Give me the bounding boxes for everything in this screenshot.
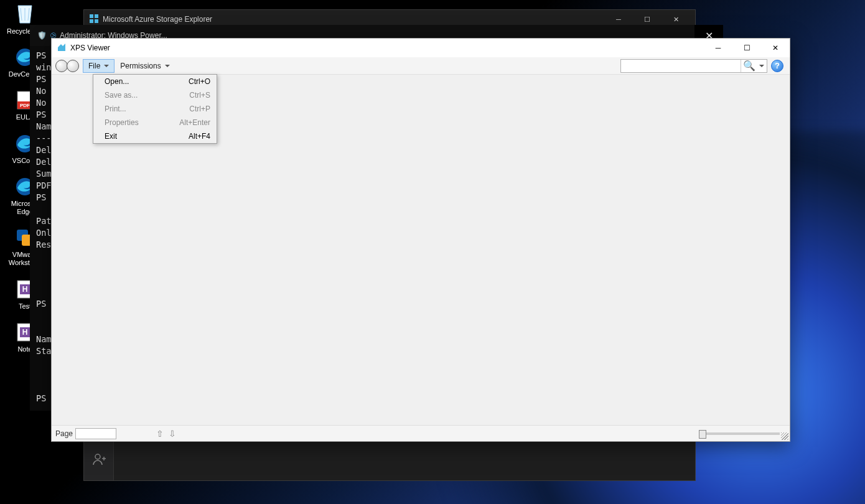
xps-toolbar: File Permissions 🔍 ? Open... Ctrl+O Save… [52,57,790,75]
menu-item-label: Properties [105,118,139,127]
xps-viewer-window: XPS Viewer ─ ☐ ✕ File Permissions 🔍 ? Op… [51,38,790,442]
xps-search-input[interactable] [621,62,741,70]
xps-app-icon [57,42,67,54]
xps-maximize-button[interactable]: ☐ [732,39,761,57]
svg-rect-16 [90,19,93,23]
xps-search-box[interactable]: 🔍 [620,59,767,73]
resize-grip[interactable] [781,432,788,440]
search-dropdown-icon[interactable] [759,65,764,67]
svg-rect-17 [95,19,98,23]
svg-text:PDF: PDF [20,103,30,108]
menu-item-shortcut: Ctrl+S [189,91,210,100]
xps-minimize-button[interactable]: ─ [704,39,732,57]
menu-item-shortcut: Ctrl+P [189,105,210,113]
file-menu-properties: Properties Alt+Enter [93,116,217,129]
menu-item-label: Exit [105,132,117,141]
menu-item-label: Save as... [105,91,138,100]
svg-text:H: H [22,328,28,337]
azure-title-text: Microsoft Azure Storage Explorer [103,15,604,24]
search-icon[interactable]: 🔍 [741,60,757,72]
svg-text:H: H [22,285,28,294]
xps-permissions-menu-button[interactable]: Permissions [115,59,175,73]
page-up-button[interactable]: ⇧ [156,429,164,439]
chevron-down-icon [165,65,170,67]
azure-account-icon[interactable] [84,444,114,474]
chevron-down-icon [104,65,109,67]
file-menu-open[interactable]: Open... Ctrl+O [93,75,217,88]
file-menu-save-as: Save as... Ctrl+S [93,88,217,102]
menu-item-shortcut: Alt+F4 [189,132,210,141]
page-label: Page [55,429,73,438]
menu-item-label: Open... [105,77,129,86]
xps-title-text: XPS Viewer [70,44,704,52]
menu-item-shortcut: Alt+Enter [179,118,210,127]
xps-status-bar: Page ⇧ ⇩ [52,425,790,441]
xps-close-button[interactable]: ✕ [761,39,790,57]
xps-titlebar[interactable]: XPS Viewer ─ ☐ ✕ [52,39,790,57]
shield-icon: 🛡️ [37,31,47,40]
svg-point-18 [95,454,100,459]
svg-rect-15 [95,14,98,18]
xps-file-menu-button[interactable]: File [83,59,115,73]
zoom-slider[interactable] [699,432,780,435]
menu-item-label: Print... [105,105,126,113]
page-number-input[interactable] [75,428,116,439]
file-label: File [88,62,100,70]
file-menu-exit[interactable]: Exit Alt+F4 [93,129,217,143]
svg-rect-14 [90,14,93,18]
help-icon[interactable]: ? [771,60,783,72]
permissions-label: Permissions [120,62,161,70]
xps-file-dropdown: Open... Ctrl+O Save as... Ctrl+S Print..… [93,74,217,144]
azure-app-icon [89,14,99,26]
recycle-bin-icon [13,2,37,26]
binoculars-icon[interactable] [55,60,78,72]
menu-item-shortcut: Ctrl+O [189,77,210,86]
page-down-button[interactable]: ⇩ [169,429,176,439]
file-menu-print: Print... Ctrl+P [93,102,217,116]
